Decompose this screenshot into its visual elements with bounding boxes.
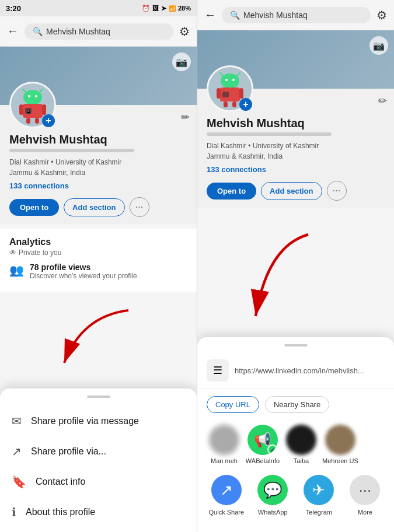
profile-name-right: Mehvish Mushtaq <box>207 117 385 130</box>
open-to-button-left[interactable]: Open to <box>9 199 59 216</box>
red-arrow-left <box>35 304 140 380</box>
quick-share-label: Quick Share <box>209 509 245 516</box>
details-line1-right: Dial Kashmir • University of Kashmir <box>207 142 319 150</box>
edit-icon-right[interactable]: ✏ <box>378 94 387 107</box>
avatar-wrap-right: + <box>207 65 253 112</box>
open-to-button-right[interactable]: Open to <box>207 183 256 200</box>
profile-tagline-left <box>9 149 134 152</box>
contact-item-1[interactable]: 📢 ✓ WABetaInfo <box>245 425 280 464</box>
profile-info-left: Mehvish Mushtaq Dial Kashmir • Universit… <box>0 128 197 224</box>
contact-name-0: Man meh <box>211 457 238 464</box>
profile-views-bold: 78 profile views <box>30 262 139 272</box>
contact-name-1: WABetaInfo <box>246 457 280 464</box>
contact-item-3[interactable]: Mehreen US <box>322 425 358 464</box>
whatsapp-badge-1: ✓ <box>267 444 278 455</box>
app-item-telegram[interactable]: ✈ Telegram <box>301 475 336 516</box>
connections-link-right[interactable]: 133 connections <box>207 165 385 174</box>
svg-point-2 <box>35 95 37 97</box>
profile-section-left: 📷 <box>0 47 197 224</box>
gallery-icon: 🖼 <box>152 5 159 12</box>
sheet-label-1: Share profile via... <box>31 446 106 457</box>
svg-text:📱: 📱 <box>26 108 32 114</box>
back-button-right[interactable]: ← <box>204 8 216 22</box>
camera-icon-left[interactable]: 📷 <box>172 52 191 71</box>
svg-rect-9 <box>35 118 39 124</box>
search-icon-left: 🔍 <box>33 27 43 36</box>
left-panel: 3:20 ⏰ 🖼 ➤ 📶 28% ← 🔍 Mehvish Mushtaq ⚙ 📷 <box>0 0 197 532</box>
contact-avatar-0 <box>209 425 239 455</box>
svg-point-15 <box>232 79 235 81</box>
edit-icon-left[interactable]: ✏ <box>181 111 190 124</box>
svg-rect-7 <box>42 104 46 115</box>
nearby-share-button[interactable]: Nearby Share <box>265 396 329 413</box>
more-options-button-right[interactable]: ··· <box>327 181 347 201</box>
sheet-item-1[interactable]: ↗ Share profile via... <box>0 436 197 467</box>
analytics-item-views: 👥 78 profile views Discover who's viewed… <box>9 262 187 280</box>
more-apps-label: More <box>358 509 372 516</box>
sheet-item-3[interactable]: ℹ About this profile <box>0 497 197 527</box>
search-bar-left[interactable]: 🔍 Mehvish Mushtaq <box>25 23 173 40</box>
battery-text: 28% <box>178 5 191 12</box>
more-apps-icon: ··· <box>350 475 380 505</box>
time-left: 3:20 <box>6 4 21 13</box>
add-photo-icon-right[interactable]: + <box>239 98 252 111</box>
message-icon: ✉ <box>12 414 22 428</box>
sheet-handle-right <box>284 344 308 346</box>
svg-rect-8 <box>26 118 30 124</box>
contact-avatar-1: 📢 ✓ <box>247 425 278 455</box>
profile-name-left: Mehvish Mushtaq <box>9 133 187 146</box>
contact-item-2[interactable]: Taiba <box>284 425 319 464</box>
telegram-icon: ✈ <box>304 475 334 505</box>
add-section-button-left[interactable]: Add section <box>64 198 124 216</box>
search-text-left: Mehvish Mushtaq <box>46 27 110 36</box>
svg-rect-19 <box>217 88 221 99</box>
app-item-quick-share[interactable]: ↗ Quick Share <box>209 475 245 516</box>
camera-icon-right[interactable]: 📷 <box>369 36 388 55</box>
share-url-text: https://www.linkedin.com/in/mehviish... <box>235 366 385 375</box>
contact-avatar-2 <box>286 425 316 455</box>
red-arrow-right <box>209 229 326 334</box>
back-button-left[interactable]: ← <box>7 24 19 38</box>
settings-icon-left[interactable]: ⚙ <box>179 24 190 38</box>
details-line2-right: Jammu & Kashmir, India <box>207 152 283 160</box>
search-icon-right: 🔍 <box>230 10 240 20</box>
alarm-icon: ⏰ <box>142 5 150 12</box>
svg-rect-6 <box>19 104 23 115</box>
sheet-label-0: Share profile via message <box>31 416 139 426</box>
app-item-more[interactable]: ··· More <box>347 475 382 516</box>
profile-views-sub: Discover who's viewed your profile. <box>30 272 139 280</box>
connections-link-left[interactable]: 133 connections <box>9 181 187 190</box>
profile-details-left: Dial Kashmir • University of Kashmir Jam… <box>9 157 187 178</box>
svg-line-17 <box>237 73 240 76</box>
sheet-item-0[interactable]: ✉ Share profile via message <box>0 406 197 436</box>
contact-icon: 🔖 <box>12 475 26 489</box>
avatar-wrap-left: 📱 + <box>9 82 56 128</box>
signal-icon: 📶 <box>169 5 176 12</box>
svg-point-1 <box>28 95 30 97</box>
details-line2-left: Jammu & Kashmir, India <box>9 169 85 177</box>
svg-point-14 <box>225 79 228 81</box>
sheet-label-3: About this profile <box>26 507 95 517</box>
contacts-grid: Man meh 📢 ✓ WABetaInfo Taiba Mehreen US <box>197 420 394 473</box>
profile-actions-left: Open to Add section ··· <box>9 197 187 217</box>
search-bar-right[interactable]: 🔍 Mehvish Mushtaq <box>222 7 371 23</box>
people-icon-left: 👥 <box>9 263 24 277</box>
svg-line-16 <box>220 73 223 76</box>
app-item-whatsapp[interactable]: 💬 WhatsApp <box>255 475 290 516</box>
sheet-label-2: Contact info <box>36 477 85 487</box>
more-options-button-left[interactable]: ··· <box>130 197 149 217</box>
apps-grid: ↗ Quick Share 💬 WhatsApp ✈ Telegram ··· … <box>197 473 394 523</box>
share-action-row: Copy URL Nearby Share <box>197 389 394 420</box>
nav-icon: ➤ <box>161 5 166 12</box>
add-photo-icon-left[interactable]: + <box>42 114 55 127</box>
search-text-right: Mehvish Mushtaq <box>243 10 308 20</box>
contact-item-0[interactable]: Man meh <box>207 425 242 464</box>
profile-actions-right: Open to Add section ··· <box>207 181 385 201</box>
sheet-item-2[interactable]: 🔖 Contact info <box>0 467 197 497</box>
contact-name-2: Taiba <box>294 457 309 464</box>
settings-icon-right[interactable]: ⚙ <box>376 8 387 22</box>
add-section-button-right[interactable]: Add section <box>261 182 322 200</box>
copy-url-button[interactable]: Copy URL <box>207 396 259 413</box>
details-line1-left: Dial Kashmir • University of Kashmir <box>9 158 121 166</box>
svg-line-3 <box>23 89 26 92</box>
